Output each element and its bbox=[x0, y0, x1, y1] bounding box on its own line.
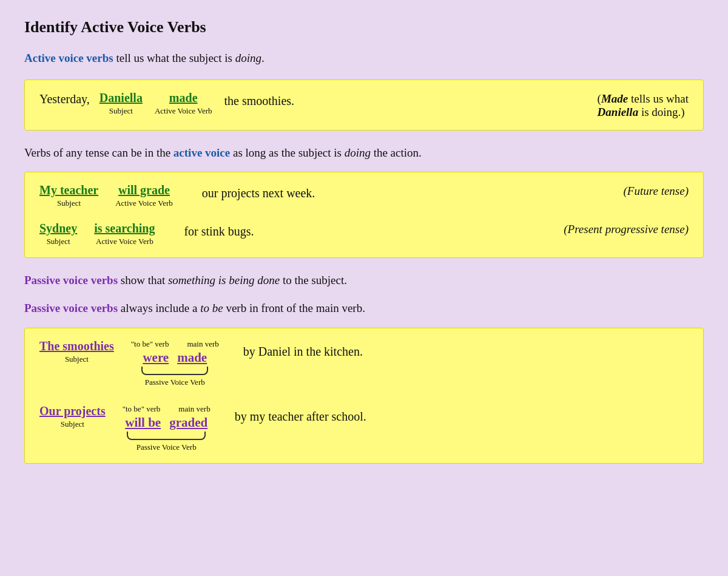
example2-verb-label: Active Voice Verb bbox=[115, 198, 173, 208]
page-title: Identify Active Voice Verbs bbox=[24, 18, 704, 36]
passive-example1-row: The smoothies Subject "to be" verb main … bbox=[39, 339, 689, 387]
example3-rest: for stink bugs. bbox=[184, 222, 254, 241]
passive2-verb-labels: "to be" verb main verb bbox=[123, 404, 211, 414]
yesterday-text: Yesterday, bbox=[39, 91, 90, 106]
example1-content: Yesterday, Daniella Subject made Active … bbox=[39, 91, 294, 116]
passive1-brace-line bbox=[141, 367, 208, 375]
passive2-main-verb-label: main verb bbox=[178, 404, 210, 414]
passive2-brace: Passive Voice Verb bbox=[127, 430, 206, 452]
example1-subject: Daniella bbox=[99, 91, 143, 105]
example2-row: My teacher Subject will grade Active Voi… bbox=[39, 183, 689, 208]
intro-middle: tell us what the subject is bbox=[113, 52, 235, 64]
passive-intro1-after: show that bbox=[118, 274, 168, 286]
passive-intro1-italic: something is being done bbox=[168, 274, 280, 286]
passive-intro2-end: verb in front of the main verb. bbox=[223, 302, 365, 314]
passive1-verb-labels: "to be" verb main verb bbox=[131, 339, 219, 349]
example2-subject-label: Subject bbox=[57, 198, 81, 208]
example1-rest: the smoothies. bbox=[224, 91, 295, 110]
example2-verb-block: will grade Active Voice Verb bbox=[115, 183, 173, 208]
tense-doing: doing bbox=[345, 146, 371, 159]
example3-verb-label: Active Voice Verb bbox=[96, 237, 153, 246]
passive1-rest: by Daniel in the kitchen. bbox=[243, 339, 363, 361]
example2-rest: our projects next week. bbox=[202, 183, 315, 203]
passive-intro1: Passive voice verbs show that something … bbox=[24, 271, 704, 290]
passive-voice-verbs-label2: Passive voice verbs bbox=[24, 302, 118, 314]
passive-intro2-after: always include a bbox=[118, 302, 200, 314]
example3-verb: is searching bbox=[94, 222, 155, 235]
example2-subject: My teacher bbox=[39, 183, 98, 197]
passive2-brace-line bbox=[127, 432, 206, 440]
passive-examples-box: The smoothies Subject "to be" verb main … bbox=[24, 328, 704, 464]
passive1-brace: Passive Voice Verb bbox=[141, 365, 208, 387]
passive-example2-row: Our projects Subject "to be" verb main v… bbox=[39, 404, 689, 452]
passive1-subject-label: Subject bbox=[65, 354, 89, 364]
active-voice-verbs-label: Active voice verbs bbox=[24, 52, 113, 64]
passive1-be-verb-label: "to be" verb bbox=[131, 339, 169, 349]
example1-note-daniella: Daniella bbox=[598, 106, 639, 118]
passive2-main-verb: graded bbox=[169, 415, 207, 430]
example1-subject-label: Subject bbox=[109, 106, 133, 116]
passive1-passive-label: Passive Voice Verb bbox=[145, 378, 205, 387]
doing-italic: doing bbox=[235, 52, 261, 64]
passive2-verbs: will be graded bbox=[125, 415, 207, 430]
passive2-be-verb-label: "to be" verb bbox=[123, 404, 161, 414]
passive-intro2-italic: to be bbox=[200, 302, 223, 314]
passive2-subject-block: Our projects Subject bbox=[39, 404, 106, 429]
example3-note-italic: (Present progressive tense) bbox=[564, 223, 689, 235]
tense-intro-end: the action. bbox=[371, 146, 422, 159]
example1-verb: made bbox=[169, 91, 198, 105]
example1-note-made: Made bbox=[601, 92, 628, 105]
example3-subject-block: Sydney Subject bbox=[39, 222, 77, 246]
example3-verb-block: is searching Active Voice Verb bbox=[94, 222, 155, 246]
passive1-subject-block: The smoothies Subject bbox=[39, 339, 114, 364]
passive1-verbs: were made bbox=[143, 350, 207, 365]
passive2-rest: by my teacher after school. bbox=[235, 404, 366, 426]
example1-row: Yesterday, Daniella Subject made Active … bbox=[39, 91, 689, 119]
examples23-box: My teacher Subject will grade Active Voi… bbox=[24, 172, 704, 258]
example2-verb: will grade bbox=[118, 183, 170, 197]
passive2-subject: Our projects bbox=[39, 404, 106, 418]
example3-subject-label: Subject bbox=[47, 237, 70, 246]
intro-paragraph: Active voice verbs tell us what the subj… bbox=[24, 50, 704, 67]
passive2-subject-label: Subject bbox=[61, 419, 84, 429]
example2-subject-block: My teacher Subject bbox=[39, 183, 98, 208]
example1-box: Yesterday, Daniella Subject made Active … bbox=[24, 80, 704, 130]
example1-note: (Made tells us what Daniella is doing.) bbox=[579, 91, 689, 119]
passive1-subject: The smoothies bbox=[39, 339, 114, 353]
passive1-main-verb: made bbox=[177, 350, 207, 365]
passive2-be-verb: will be bbox=[125, 415, 161, 430]
passive-intro2: Passive voice verbs always include a to … bbox=[24, 299, 704, 317]
example1-subject-block: Daniella Subject bbox=[99, 91, 143, 116]
example1-verb-block: made Active Voice Verb bbox=[155, 91, 212, 116]
intro-period: . bbox=[261, 52, 265, 64]
example3-note: (Present progressive tense) bbox=[545, 222, 689, 236]
passive2-passive-label: Passive Voice Verb bbox=[136, 442, 197, 452]
tense-intro-rest: as long as the subject is bbox=[230, 146, 344, 159]
passive-intro1-end: to the subject. bbox=[280, 274, 347, 286]
example3-subject: Sydney bbox=[39, 222, 77, 235]
tense-intro-before: Verbs of any tense can be in the bbox=[24, 146, 174, 159]
passive1-be-verb: were bbox=[143, 350, 169, 365]
passive-voice-verbs-label1: Passive voice verbs bbox=[24, 274, 118, 286]
tense-intro: Verbs of any tense can be in the active … bbox=[24, 144, 704, 162]
example1-verb-label: Active Voice Verb bbox=[155, 106, 212, 116]
example2-note-italic: (Future tense) bbox=[624, 185, 689, 197]
example3-row: Sydney Subject is searching Active Voice… bbox=[39, 222, 689, 246]
example2-note: (Future tense) bbox=[605, 183, 689, 198]
passive1-main-verb-label: main verb bbox=[187, 339, 218, 349]
active-voice-blue: active voice bbox=[174, 146, 230, 159]
